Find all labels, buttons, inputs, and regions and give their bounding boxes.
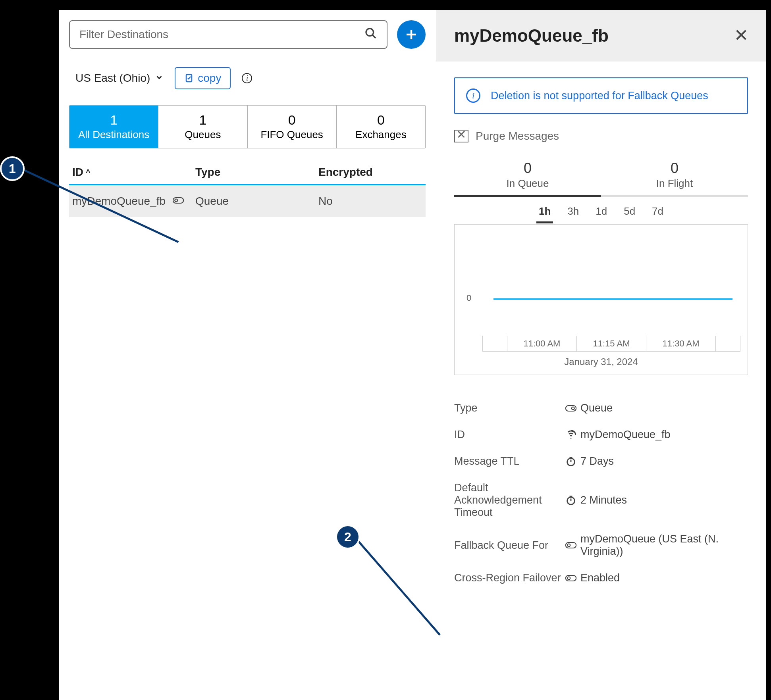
info-icon: i	[466, 88, 480, 103]
queue-icon	[561, 403, 580, 414]
purge-label: Purge Messages	[476, 130, 559, 142]
detail-row: Default Acknowledgement Timeout 2 Minute…	[454, 475, 748, 526]
detail-properties: Type Queue ID myDemoQueue_fb Message TTL…	[454, 395, 748, 591]
search-icon	[364, 27, 377, 42]
col-encrypted[interactable]: Encrypted	[318, 166, 422, 179]
svg-point-14	[567, 497, 575, 504]
svg-line-1	[372, 35, 376, 38]
queue-icon	[173, 195, 184, 208]
add-destination-button[interactable]	[397, 20, 426, 49]
svg-point-11	[567, 458, 575, 465]
callout-1: 1	[0, 156, 25, 181]
row-type: Queue	[195, 195, 318, 208]
detail-title: myDemoQueue_fb	[454, 26, 609, 46]
stats-tabs: 0 In Queue 0 In Flight	[454, 156, 748, 197]
search-box[interactable]	[69, 20, 387, 49]
clock-icon	[561, 495, 580, 506]
svg-point-6	[175, 199, 177, 202]
copy-button[interactable]: copy	[175, 67, 231, 89]
info-banner: i Deletion is not supported for Fallback…	[454, 77, 748, 114]
region-selector[interactable]: US East (Ohio)	[75, 72, 164, 85]
destinations-table: ID ^ Type Encrypted myDemoQueue_fb Queue…	[69, 166, 426, 217]
table-row[interactable]: myDemoQueue_fb Queue No	[69, 185, 426, 217]
tab-queues[interactable]: 1 Queues	[158, 106, 247, 148]
detail-row: Fallback Queue For myDemoQueue (US East …	[454, 526, 748, 565]
queue-icon	[561, 540, 580, 551]
detail-row: Type Queue	[454, 395, 748, 421]
destination-tabs: 1 All Destinations 1 Queues 0 FIFO Queue…	[69, 105, 426, 148]
col-type[interactable]: Type	[195, 166, 318, 179]
row-id: myDemoQueue_fb	[72, 195, 166, 208]
fingerprint-icon	[561, 429, 580, 440]
sort-ascending-icon: ^	[86, 168, 91, 177]
tab-fifo-queues[interactable]: 0 FIFO Queues	[248, 106, 337, 148]
detail-panel: myDemoQueue_fb i Deletion is not support…	[436, 10, 766, 700]
svg-point-0	[366, 29, 374, 36]
range-1h[interactable]: 1h	[536, 203, 553, 223]
chart-y-zero: 0	[466, 293, 471, 303]
svg-point-20	[567, 577, 570, 579]
row-encrypted: No	[318, 195, 422, 208]
range-3h[interactable]: 3h	[565, 203, 581, 223]
detail-row: ID myDemoQueue_fb	[454, 421, 748, 448]
info-banner-text: Deletion is not supported for Fallback Q…	[491, 90, 708, 102]
detail-row: Message TTL 7 Days	[454, 448, 748, 475]
range-1d[interactable]: 1d	[593, 203, 609, 223]
queue-icon	[561, 573, 580, 584]
tab-all-destinations[interactable]: 1 All Destinations	[69, 106, 158, 148]
col-id[interactable]: ID ^	[72, 166, 195, 179]
chart: 0 11:00 AM 11:15 AM 11:30 AM January 31,…	[454, 224, 748, 375]
svg-point-18	[567, 544, 570, 547]
search-input[interactable]	[79, 28, 364, 41]
chart-x-axis: 11:00 AM 11:15 AM 11:30 AM	[482, 336, 740, 352]
svg-point-10	[572, 407, 574, 410]
purge-icon	[454, 130, 468, 142]
clock-icon	[561, 456, 580, 467]
callout-2: 2	[335, 525, 360, 549]
stat-in-flight[interactable]: 0 In Flight	[601, 156, 748, 197]
chart-series-line	[493, 298, 732, 300]
purge-messages-button[interactable]: Purge Messages	[454, 130, 748, 142]
chevron-down-icon	[155, 72, 164, 85]
stat-in-queue[interactable]: 0 In Queue	[454, 156, 601, 197]
region-label: US East (Ohio)	[75, 72, 150, 85]
app-window: US East (Ohio) copy i 1 All Destinations…	[59, 10, 766, 700]
range-5d[interactable]: 5d	[621, 203, 638, 223]
detail-row: Cross-Region Failover Enabled	[454, 565, 748, 591]
range-7d[interactable]: 7d	[650, 203, 666, 223]
tab-exchanges[interactable]: 0 Exchanges	[337, 106, 425, 148]
copy-label: copy	[198, 72, 221, 85]
time-range-tabs: 1h 3h 1d 5d 7d	[454, 203, 748, 223]
chart-date: January 31, 2024	[455, 356, 748, 367]
info-icon[interactable]: i	[242, 73, 252, 83]
close-icon[interactable]	[734, 28, 748, 43]
destinations-panel: US East (Ohio) copy i 1 All Destinations…	[59, 10, 436, 700]
